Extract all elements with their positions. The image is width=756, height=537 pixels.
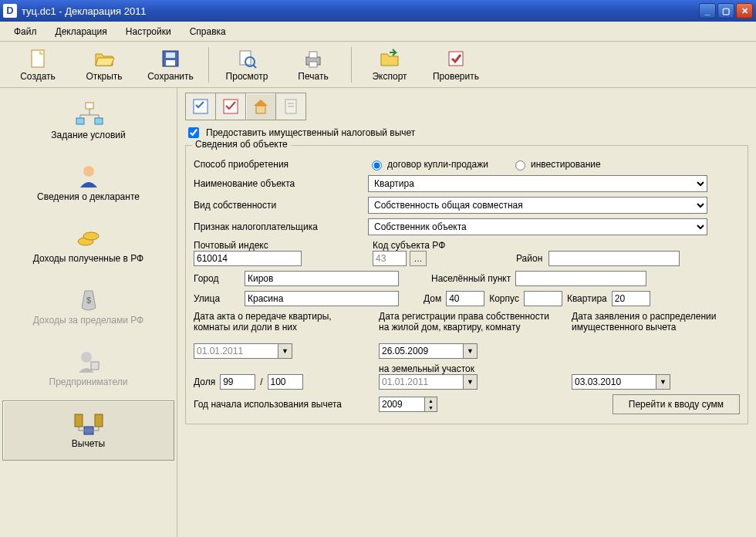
region-code-label: Код субъекта РФ: [373, 240, 511, 251]
city-input[interactable]: [245, 271, 399, 286]
date-reg-input[interactable]: [379, 343, 464, 359]
toolbar-preview[interactable]: Просмотр: [214, 45, 280, 85]
sidebar: Задание условий Сведения о декларанте До…: [0, 88, 177, 537]
svg-rect-5: [166, 52, 175, 58]
building-label: Корпус: [489, 293, 519, 304]
share-separator: /: [260, 377, 262, 387]
svg-rect-16: [76, 118, 84, 124]
main-toolbar: Создать Открыть Сохранить Просмотр Печат…: [0, 42, 756, 88]
object-info-group: Сведения об объекте Способ приобретения …: [185, 145, 748, 424]
open-folder-icon: [93, 48, 115, 69]
share-denominator-input[interactable]: [268, 374, 303, 390]
svg-point-22: [81, 352, 92, 363]
street-label: Улица: [194, 293, 240, 304]
radio-purchase[interactable]: договор купли-продажи: [368, 158, 488, 171]
close-button[interactable]: ✕: [736, 3, 753, 19]
year-input[interactable]: [379, 397, 425, 412]
sidebar-item-income-rf[interactable]: Доходы полученные в РФ: [2, 215, 174, 275]
coins-icon: [6, 224, 170, 252]
checklist-icon: [191, 97, 210, 116]
land-date-dropdown[interactable]: ▼: [464, 374, 478, 390]
toolbar-export[interactable]: Экспорт: [356, 45, 423, 85]
tree-icon: [6, 100, 170, 128]
svg-rect-24: [75, 414, 83, 427]
ownership-select[interactable]: Собственность общая совместная: [368, 197, 707, 214]
settlement-input[interactable]: [515, 271, 646, 286]
tab-social[interactable]: [215, 93, 246, 120]
provide-deduction-checkbox[interactable]: [188, 127, 199, 138]
building-input[interactable]: [524, 291, 562, 306]
taxpayer-select[interactable]: Собственник объекта: [368, 218, 707, 235]
district-input[interactable]: [548, 251, 680, 266]
toolbar-open[interactable]: Открыть: [71, 45, 137, 85]
document-icon: [282, 97, 300, 116]
land-label: на земельный участок: [379, 363, 556, 374]
red-check-icon: [221, 97, 240, 116]
date-act-dropdown[interactable]: ▼: [278, 343, 292, 359]
toolbar-separator: [208, 47, 209, 83]
maximize-button[interactable]: ▢: [717, 3, 734, 19]
deductions-icon: [6, 409, 170, 437]
tab-property[interactable]: [245, 93, 276, 120]
street-input[interactable]: [245, 291, 399, 306]
person-icon: [6, 162, 170, 190]
window-title: туц.dc1 - Декларация 2011: [22, 5, 699, 17]
share-numerator-input[interactable]: [220, 374, 255, 390]
sidebar-item-entrepreneur[interactable]: Предприниматели: [2, 339, 174, 399]
content-pane: Предоставить имущественный налоговый выч…: [177, 88, 756, 537]
floppy-icon: [160, 48, 181, 69]
sidebar-item-income-abroad[interactable]: $ Доходы за пределами РФ: [2, 277, 174, 337]
deduction-type-tabs: [185, 93, 748, 120]
app-icon: D: [3, 4, 17, 18]
taxpayer-label: Признак налогоплательщика: [194, 221, 363, 232]
region-code-lookup-button[interactable]: …: [410, 251, 427, 266]
toolbar-print[interactable]: Печать: [280, 45, 346, 85]
check-icon: [445, 48, 467, 69]
tab-standard[interactable]: [185, 93, 216, 120]
menu-settings[interactable]: Настройки: [118, 24, 179, 39]
date-reg-dropdown[interactable]: ▼: [464, 343, 478, 359]
menubar: Файл Декларация Настройки Справка: [0, 22, 756, 42]
menu-declaration[interactable]: Декларация: [48, 24, 115, 39]
sidebar-item-conditions[interactable]: Задание условий: [2, 92, 174, 152]
svg-rect-27: [194, 100, 208, 113]
year-spinner[interactable]: ▲▼: [425, 397, 437, 412]
svg-point-20: [83, 232, 99, 240]
date-claim-dropdown[interactable]: ▼: [656, 374, 670, 390]
svg-marker-3: [96, 58, 114, 66]
date-reg-label: Дата регистрации права собственности на …: [379, 311, 556, 343]
svg-rect-25: [95, 414, 103, 427]
sidebar-item-deductions[interactable]: Вычеты: [2, 400, 174, 461]
city-label: Город: [194, 273, 240, 284]
menu-file[interactable]: Файл: [6, 24, 45, 39]
postal-input[interactable]: [194, 251, 302, 266]
svg-rect-30: [256, 106, 265, 113]
svg-rect-17: [95, 118, 103, 124]
house-input[interactable]: [446, 291, 484, 306]
svg-rect-12: [309, 62, 317, 67]
minimize-button[interactable]: _: [699, 3, 716, 19]
goto-sums-button[interactable]: Перейти к вводу сумм: [613, 394, 740, 414]
menu-help[interactable]: Справка: [182, 24, 234, 39]
district-label: Район: [516, 253, 542, 264]
postal-label: Почтовый индекс: [194, 240, 368, 251]
export-icon: [379, 48, 400, 69]
share-label: Доля: [194, 377, 215, 387]
toolbar-save[interactable]: Сохранить: [137, 45, 204, 85]
object-name-select[interactable]: Квартира: [368, 175, 707, 192]
svg-marker-13: [381, 54, 398, 66]
svg-rect-0: [32, 50, 44, 67]
toolbar-separator: [351, 47, 352, 83]
sidebar-item-declarant[interactable]: Сведения о декларанте: [2, 154, 174, 214]
entrepreneur-icon: [6, 347, 170, 375]
toolbar-create[interactable]: Создать: [5, 45, 71, 85]
tab-losses[interactable]: [275, 93, 306, 120]
svg-rect-6: [166, 60, 175, 66]
group-legend: Сведения об объекте: [192, 139, 291, 150]
svg-rect-11: [309, 52, 317, 58]
radio-investment[interactable]: инвестирование: [511, 158, 601, 171]
toolbar-check[interactable]: Проверить: [423, 45, 489, 85]
date-claim-input[interactable]: [572, 374, 656, 390]
apt-input[interactable]: [612, 291, 650, 306]
apt-label: Квартира: [567, 293, 607, 304]
